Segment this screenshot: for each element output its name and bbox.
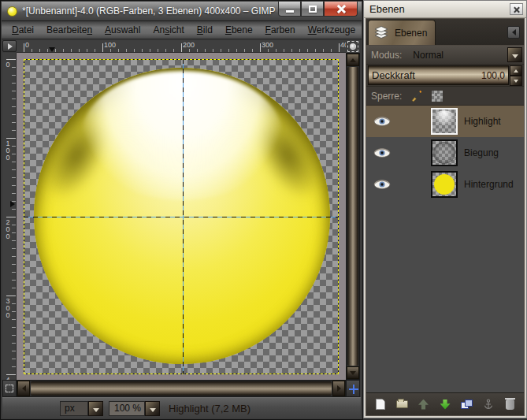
unit-select[interactable]: px [60, 401, 88, 416]
navigation-button[interactable] [346, 380, 360, 397]
new-group-button[interactable] [394, 396, 410, 412]
vertical-scrollbar[interactable] [346, 53, 360, 380]
opacity-spinners [510, 65, 522, 86]
layer-thumbnail[interactable] [431, 108, 458, 135]
window-controls [278, 2, 358, 17]
layer-name[interactable]: Hintergrund [464, 179, 514, 190]
scroll-down-button[interactable] [347, 366, 359, 379]
left-arrow-icon [22, 385, 26, 392]
cursor-position-marker [10, 201, 15, 207]
cursor-position-marker [49, 47, 55, 52]
menu-auswahl[interactable]: Auswahl [98, 22, 147, 38]
maximize-button[interactable] [301, 2, 324, 17]
unit-dropdown-button[interactable] [88, 401, 103, 416]
layer-row-biegung[interactable]: Biegung [366, 137, 524, 169]
down-arrow-icon [350, 371, 356, 375]
layer-mode-row: Modus: Normal [366, 46, 524, 65]
scroll-left-button[interactable] [17, 381, 30, 396]
quick-mask-icon [6, 385, 13, 392]
close-button[interactable] [324, 2, 358, 17]
biegung-thumb-art [433, 142, 455, 164]
navigation-cross-icon [349, 385, 358, 394]
horizontal-guide[interactable] [24, 217, 339, 217]
status-message: Highlight (7,2 MB) [169, 403, 251, 414]
gimp-main-window: *[Unbenannt]-4.0 (RGB-Farben, 3 Ebenen) … [0, 0, 363, 420]
horizontal-scrollbar-thumb[interactable] [31, 381, 332, 396]
layer-row-highlight[interactable]: Highlight [366, 106, 524, 137]
menu-datei[interactable]: Datei [6, 22, 40, 38]
highlight-thumb-art [434, 110, 455, 125]
menu-bild[interactable]: Bild [191, 22, 219, 38]
menu-bearbeiten[interactable]: Bearbeiten [40, 22, 98, 38]
zoom-select[interactable]: 100 % [109, 401, 145, 416]
ruler-label: 200 [183, 41, 195, 49]
ruler-label: 100 [4, 139, 12, 161]
tab-label: Ebenen [395, 28, 427, 39]
scroll-up-button[interactable] [347, 54, 359, 66]
new-layer-button[interactable] [373, 396, 388, 412]
visibility-eye-icon[interactable] [373, 147, 391, 158]
opacity-increase-button[interactable] [510, 65, 522, 76]
lower-layer-button[interactable] [437, 396, 453, 412]
menu-farben[interactable]: Farben [259, 22, 302, 38]
minimize-button[interactable] [278, 2, 301, 17]
menu-werkzeuge[interactable]: Werkzeuge [302, 22, 362, 38]
opacity-label: Deckkraft [372, 69, 415, 81]
visibility-eye-icon[interactable] [373, 179, 391, 190]
mode-dropdown-button[interactable] [507, 47, 522, 62]
anchor-icon [483, 399, 494, 410]
window-title: *[Unbenannt]-4.0 (RGB-Farben, 3 Ebenen) … [22, 6, 276, 17]
vertical-scrollbar-thumb[interactable] [347, 67, 358, 366]
zoom-dropdown-button[interactable] [145, 401, 160, 416]
canvas-viewport[interactable] [17, 53, 346, 380]
menu-ansicht[interactable]: Ansicht [147, 22, 190, 38]
layer-thumbnail[interactable] [431, 171, 458, 198]
lock-paint-icon[interactable] [410, 90, 422, 102]
minimize-icon [286, 10, 294, 13]
menu-ebene[interactable]: Ebene [219, 22, 259, 38]
lock-row: Sperre: [366, 87, 524, 106]
anchor-layer-button[interactable] [481, 396, 496, 412]
tab-ebenen[interactable]: Ebenen [368, 20, 436, 45]
opacity-decrease-button[interactable] [510, 76, 522, 86]
status-bar: px 100 % Highlight (7,2 MB) [2, 397, 361, 418]
layer-thumbnail[interactable] [431, 139, 458, 166]
quick-mask-toggle[interactable] [2, 380, 17, 397]
ruler-label: 0 [4, 61, 12, 68]
ruler-label: 200 [4, 218, 12, 240]
title-bar[interactable]: *[Unbenannt]-4.0 (RGB-Farben, 3 Ebenen) … [2, 2, 362, 21]
up-arrow-icon [350, 58, 356, 62]
image-menu-button[interactable] [2, 40, 17, 52]
delete-layer-button[interactable] [503, 396, 518, 412]
ruler-label: 300 [262, 41, 273, 49]
visibility-eye-icon[interactable] [373, 116, 391, 127]
mode-label: Modus: [371, 50, 402, 61]
horizontal-scrollbar[interactable] [17, 380, 346, 397]
layers-dialog-content: Ebenen Modus: Normal Deckkraft 100,0 [366, 18, 525, 416]
layer-name[interactable]: Biegung [464, 147, 499, 158]
layer-row-hintergrund[interactable]: Hintergrund [366, 169, 524, 200]
gear-icon [347, 41, 358, 52]
maximize-icon [309, 6, 317, 13]
layers-dialog-close-button[interactable] [510, 3, 523, 15]
horizontal-ruler[interactable]: 0 100 200 300 400 [17, 40, 346, 53]
scroll-right-button[interactable] [332, 381, 345, 396]
folder-icon [396, 400, 408, 408]
close-icon [337, 5, 346, 13]
mode-value[interactable]: Normal [413, 50, 443, 61]
canvas-image[interactable] [24, 59, 339, 374]
layers-toolbar [366, 392, 524, 415]
lock-alpha-icon[interactable] [432, 91, 443, 102]
opacity-slider[interactable]: Deckkraft 100,0 [368, 65, 509, 85]
right-arrow-icon [337, 385, 341, 392]
tab-menu-button[interactable] [507, 26, 520, 39]
dock-tab-row: Ebenen [366, 19, 524, 46]
vertical-ruler[interactable]: 0 100 200 300 400 [2, 53, 17, 380]
duplicate-layer-button[interactable] [459, 396, 475, 412]
zoom-follow-window-toggle[interactable] [346, 40, 360, 53]
layers-dialog-titlebar[interactable]: Ebenen [364, 1, 526, 18]
ruler-label: 100 [104, 41, 116, 49]
hintergrund-thumb-art [434, 174, 455, 195]
layer-name[interactable]: Highlight [464, 116, 501, 127]
raise-layer-button[interactable] [416, 396, 432, 412]
